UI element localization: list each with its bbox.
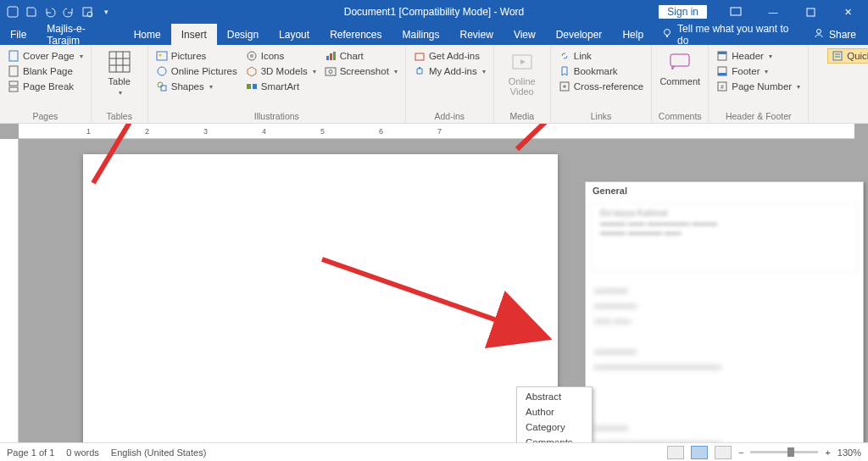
- svg-rect-22: [333, 52, 336, 60]
- tab-help[interactable]: Help: [612, 24, 654, 45]
- property-category[interactable]: Category: [517, 419, 592, 435]
- tab-custom[interactable]: Majlis-e-Tarajim: [36, 24, 123, 45]
- status-words[interactable]: 0 words: [66, 447, 99, 458]
- bookmark-button[interactable]: Bookmark: [556, 64, 646, 79]
- tab-home[interactable]: Home: [124, 24, 171, 45]
- group-header-footer: Header Footer #Page Number Header & Foot…: [709, 45, 809, 123]
- online-video-button[interactable]: Online Video: [499, 48, 545, 109]
- maximize-button[interactable]: [793, 1, 827, 23]
- xref-icon: [559, 81, 570, 92]
- footer-icon: [716, 65, 728, 77]
- title-bar: ▾ Document1 [Compatibility Mode] - Word …: [0, 0, 868, 24]
- svg-rect-4: [807, 8, 815, 16]
- get-addins-button[interactable]: Get Add-ins: [411, 48, 488, 64]
- svg-rect-31: [718, 52, 726, 54]
- screenshot-button[interactable]: Screenshot: [322, 64, 400, 79]
- footer-button[interactable]: Footer: [714, 64, 803, 79]
- svg-rect-18: [247, 84, 251, 89]
- tab-mailings[interactable]: Mailings: [392, 24, 450, 45]
- tab-insert[interactable]: Insert: [171, 24, 217, 45]
- view-web-layout[interactable]: [715, 446, 732, 459]
- page-break-button[interactable]: Page Break: [5, 79, 86, 94]
- zoom-out-button[interactable]: −: [738, 447, 743, 458]
- header-icon: [716, 50, 728, 62]
- minimize-button[interactable]: —: [756, 1, 790, 23]
- view-read-mode[interactable]: [667, 446, 684, 459]
- cover-page-icon: [8, 50, 19, 62]
- page-number-button[interactable]: #Page Number: [714, 79, 803, 94]
- comment-button[interactable]: Comment: [657, 48, 703, 109]
- pictures-button[interactable]: Pictures: [153, 48, 240, 64]
- tab-references[interactable]: References: [320, 24, 392, 45]
- status-language[interactable]: English (United States): [111, 447, 207, 458]
- autosave-toggle[interactable]: [7, 6, 19, 18]
- tab-developer[interactable]: Developer: [546, 24, 613, 45]
- tell-me-search[interactable]: Tell me what you want to do: [654, 24, 802, 45]
- header-button[interactable]: Header: [714, 48, 803, 64]
- shapes-button[interactable]: Shapes: [153, 79, 240, 94]
- ribbon-tabs: File Majlis-e-Tarajim Home Insert Design…: [0, 24, 868, 45]
- horizontal-ruler[interactable]: 1234567: [19, 124, 854, 139]
- view-print-layout[interactable]: [691, 446, 708, 459]
- group-pages: Cover Page Blank Page Page Break Pages: [0, 45, 92, 123]
- share-button[interactable]: Share: [802, 24, 868, 45]
- property-abstract[interactable]: Abstract: [517, 389, 592, 404]
- ribbon-display-icon[interactable]: [719, 1, 753, 23]
- online-pictures-button[interactable]: Online Pictures: [153, 64, 240, 79]
- 3d-models-button[interactable]: 3D Models: [243, 64, 319, 79]
- zoom-in-button[interactable]: +: [825, 447, 830, 458]
- smartart-button[interactable]: SmartArt: [243, 79, 319, 94]
- blank-page-button[interactable]: Blank Page: [5, 64, 86, 79]
- document-page[interactable]: [83, 154, 558, 442]
- link-button[interactable]: Link: [556, 48, 646, 64]
- group-comments: Comment Comments: [652, 45, 709, 123]
- cube-icon: [246, 65, 258, 77]
- zoom-level[interactable]: 130%: [837, 447, 861, 458]
- tab-review[interactable]: Review: [450, 24, 504, 45]
- chart-button[interactable]: Chart: [322, 48, 400, 64]
- save-icon[interactable]: [25, 6, 37, 18]
- qat-more-icon[interactable]: ▾: [100, 6, 112, 18]
- document-area: 1234567 General Du'aiyya Kalimat▬▬▬ ▬▬ ▬…: [0, 124, 868, 442]
- redo-icon[interactable]: [63, 6, 75, 18]
- group-label: Links: [556, 109, 646, 121]
- svg-rect-11: [109, 52, 130, 72]
- group-label: Add-ins: [411, 109, 488, 121]
- svg-rect-19: [253, 84, 257, 89]
- quick-parts-gallery: General Du'aiyya Kalimat▬▬▬ ▬▬ ▬▬▬▬▬ ▬▬▬…: [585, 181, 864, 442]
- smartart-icon: [246, 81, 258, 92]
- cross-reference-button[interactable]: Cross-reference: [556, 79, 646, 94]
- tab-file[interactable]: File: [0, 24, 36, 45]
- icons-button[interactable]: Icons: [243, 48, 319, 64]
- svg-rect-3: [731, 8, 741, 15]
- vertical-ruler[interactable]: [0, 139, 19, 442]
- tell-me-label: Tell me what you want to do: [677, 23, 793, 47]
- quick-parts-button[interactable]: Quick Parts: [827, 48, 868, 64]
- cover-page-button[interactable]: Cover Page: [5, 48, 86, 64]
- svg-rect-8: [9, 66, 18, 76]
- sign-in-button[interactable]: Sign in: [659, 5, 707, 19]
- close-button[interactable]: ✕: [831, 1, 865, 23]
- print-preview-icon[interactable]: [81, 6, 93, 18]
- my-addins-button[interactable]: My Add-ins: [411, 64, 488, 79]
- tab-layout[interactable]: Layout: [269, 24, 320, 45]
- undo-icon[interactable]: [44, 6, 56, 18]
- property-comments[interactable]: Comments: [517, 435, 592, 442]
- svg-point-14: [158, 67, 166, 75]
- table-button[interactable]: Table: [97, 48, 142, 109]
- property-author[interactable]: Author: [517, 404, 592, 419]
- group-media: Online Video Media: [494, 45, 551, 123]
- store-icon: [414, 50, 426, 62]
- group-text: Quick Parts Signature Line πEquation: [809, 45, 868, 123]
- svg-point-17: [248, 52, 256, 60]
- quick-access-toolbar: ▾: [0, 6, 119, 18]
- shapes-icon: [156, 81, 168, 92]
- svg-rect-0: [8, 7, 18, 17]
- svg-point-13: [159, 54, 161, 57]
- gallery-item[interactable]: Du'aiyya Kalimat▬▬▬ ▬▬ ▬▬▬▬▬ ▬▬▬▬▬▬ ▬▬▬▬…: [591, 203, 858, 272]
- tab-view[interactable]: View: [504, 24, 546, 45]
- group-illustrations: Pictures Online Pictures Shapes Icons 3D…: [148, 45, 406, 123]
- zoom-slider[interactable]: [750, 451, 818, 453]
- status-page[interactable]: Page 1 of 1: [7, 447, 54, 458]
- tab-design[interactable]: Design: [217, 24, 269, 45]
